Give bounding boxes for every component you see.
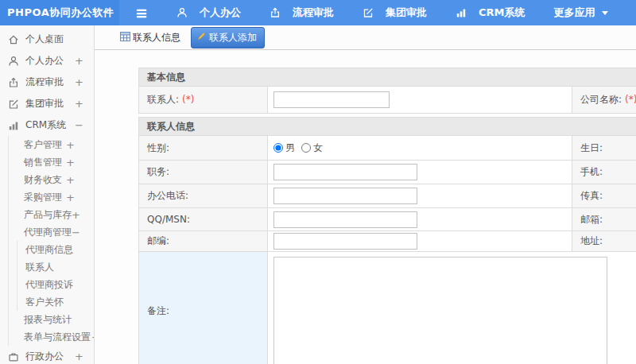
topnav-group-approval[interactable]: 集团审批 [363, 6, 427, 20]
gender-female-label: 女 [313, 141, 323, 155]
topnav-crm-system[interactable]: CRM系统 [456, 6, 525, 20]
sidebar-item-personal-desktop[interactable]: 个人桌面 [0, 29, 94, 50]
sidebar-item-personal-office[interactable]: 个人办公 + [0, 50, 94, 72]
contact-name-label: 联系人:(*) [139, 87, 268, 114]
address-label: 地址: [572, 231, 636, 252]
edit-icon [8, 99, 19, 110]
sidebar-item-reports-statistics[interactable]: 报表与统计 [9, 311, 94, 328]
sidebar-item-agent-complaints[interactable]: 代理商投诉 [17, 276, 94, 293]
sidebar: 个人桌面 个人办公 + 流程审批 + 集团审批 + [0, 25, 95, 364]
sidebar-item-agent-info[interactable]: 代理商信息 [17, 241, 94, 258]
crm-submenu: 客户管理 + 销售管理 + 财务收支 + 采购管理 + 产品与库存 + 代理商管… [8, 136, 94, 346]
bar-chart-icon [8, 120, 19, 131]
required-mark: (*) [182, 94, 194, 105]
sidebar-item-contacts[interactable]: 联系人 [17, 258, 94, 276]
company-name-label: 公司名称:(*) [572, 87, 636, 114]
tab-strip: 联系人信息 联系人添加 [95, 25, 636, 50]
qq-msn-input[interactable] [273, 211, 417, 228]
top-bar: PHPOA协同办公软件 ≡ 个人办公 流程审批 集团审批 CRM系统 [0, 0, 636, 25]
sidebar-item-products-inventory[interactable]: 产品与库存 + [9, 206, 94, 223]
fax-label: 传真: [572, 184, 636, 208]
qq-msn-label: QQ/MSN: [139, 208, 268, 231]
section-title-contact-info: 联系人信息 [139, 118, 636, 136]
mobile-label: 手机: [572, 161, 636, 184]
office-phone-input[interactable] [273, 188, 417, 204]
office-phone-label: 办公电话: [139, 184, 268, 208]
zip-code-input[interactable] [273, 233, 417, 250]
user-icon [8, 56, 19, 67]
bar-chart-icon [456, 7, 467, 18]
top-navigation: 个人办公 流程审批 集团审批 CRM系统 更多应用 [148, 6, 609, 20]
sidebar-item-administration[interactable]: 行政办公 + [0, 346, 94, 364]
briefcase-icon [8, 351, 19, 362]
job-title-input[interactable] [273, 164, 417, 180]
sidebar-item-customer-management[interactable]: 客户管理 + [9, 136, 94, 153]
tab-contact-add[interactable]: 联系人添加 [191, 27, 265, 48]
remark-textarea[interactable] [273, 257, 607, 364]
gender-label: 性别: [139, 136, 268, 161]
basic-info-section: 基本信息 联系人:(*) 公司名称:(*) [138, 68, 636, 114]
email-label: 邮箱: [572, 208, 636, 231]
section-title-basic-info: 基本信息 [139, 68, 636, 87]
remark-label: 备注: [139, 252, 268, 364]
sidebar-item-finance[interactable]: 财务收支 + [9, 171, 94, 188]
sidebar-item-group-approval[interactable]: 集团审批 + [0, 93, 94, 114]
required-mark: (*) [625, 94, 636, 105]
sidebar-item-sales-management[interactable]: 销售管理 + [9, 153, 94, 171]
agent-submenu: 代理商信息 联系人 代理商投诉 客户关怀 [17, 241, 94, 311]
birthday-label: 生日: [572, 136, 636, 161]
topnav-more-apps[interactable]: 更多应用 [553, 6, 608, 20]
sidebar-item-workflow-approval[interactable]: 流程审批 + [0, 72, 94, 93]
gender-male-radio[interactable] [273, 143, 283, 153]
topnav-label: 流程审批 [293, 6, 334, 20]
gender-radio-group: 男 女 [273, 141, 572, 155]
sidebar-item-form-workflow-settings[interactable]: 表单与流程设置 + [9, 328, 94, 346]
sidebar-item-agent-management[interactable]: 代理商管理 − [9, 223, 94, 241]
topnav-label: CRM系统 [479, 6, 525, 20]
topnav-label: 个人办公 [200, 6, 241, 20]
contact-name-input[interactable] [273, 91, 390, 108]
content-area: 联系人信息 联系人添加 基本信息 联系人:(*) [95, 25, 636, 364]
home-icon [8, 34, 19, 45]
upload-icon [270, 7, 281, 18]
pencil-icon [197, 32, 206, 43]
topnav-workflow-approval[interactable]: 流程审批 [270, 6, 334, 20]
tab-label: 联系人添加 [209, 31, 257, 45]
gender-male-label: 男 [285, 141, 295, 155]
app-logo: PHPOA协同办公软件 [0, 0, 119, 25]
table-icon [120, 32, 130, 44]
tab-label: 联系人信息 [133, 31, 180, 45]
user-icon [176, 7, 188, 18]
topnav-personal-office[interactable]: 个人办公 [176, 6, 241, 20]
job-title-label: 职务: [139, 161, 268, 184]
edit-icon [363, 7, 374, 18]
sidebar-item-crm-system[interactable]: CRM系统 − [0, 114, 94, 136]
upload-icon [8, 77, 19, 88]
tab-contact-info[interactable]: 联系人信息 [120, 31, 180, 45]
contact-info-section: 联系人信息 性别: 男 女 生日: 职务: [138, 117, 636, 364]
topnav-label: 更多应用 [553, 6, 595, 20]
topnav-label: 集团审批 [386, 6, 427, 20]
contact-add-form: 基本信息 联系人:(*) 公司名称:(*) [138, 68, 636, 364]
hamburger-menu-icon[interactable]: ≡ [135, 0, 148, 25]
zip-code-label: 邮编: [139, 231, 268, 252]
caret-down-icon [602, 11, 608, 15]
gender-female-radio[interactable] [301, 143, 311, 153]
sidebar-item-customer-care[interactable]: 客户关怀 [17, 293, 94, 311]
sidebar-item-purchasing[interactable]: 采购管理 + [9, 188, 94, 206]
